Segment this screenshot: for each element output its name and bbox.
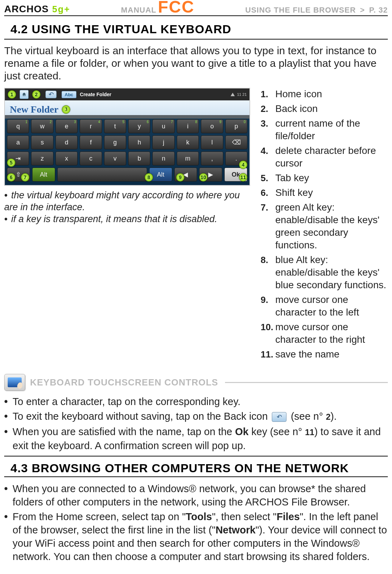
kb-status: 11 21 (231, 92, 247, 97)
callout-item-2: 2.Back icon (261, 102, 388, 115)
key-alt-blue[interactable]: Alt (149, 168, 172, 182)
fcc-label: FCC (158, 0, 195, 16)
section-4-2-lead: The virtual keyboard is an interface tha… (4, 44, 388, 82)
key-,[interactable]: , (201, 151, 223, 165)
callout-text: delete character before cursor (275, 144, 388, 170)
ts-b2-part-a: To exit the keyboard without saving, tap… (13, 411, 270, 422)
callout-marker-4: 4 (239, 161, 247, 169)
page-number: P. 32 (369, 6, 388, 15)
section-4-3-bullets: •When you are connected to a Windows® ne… (4, 482, 388, 563)
callout-item-9: 9.move cursor one character to the left (261, 293, 388, 319)
ts-b2-part-b: (see n° (291, 411, 326, 422)
kb-time: 11 21 (237, 92, 247, 97)
callout-text: Tab key (275, 172, 388, 184)
callout-num: 5. (261, 172, 275, 184)
ts-b3-ref-num: 11 (305, 427, 314, 437)
brand-model: 5g+ (52, 4, 70, 15)
callout-marker-2: 2 (32, 90, 41, 99)
key-j[interactable]: j (152, 135, 174, 149)
ts-b3-part-a: When you are satisfied with the name, ta… (13, 426, 235, 437)
key-v[interactable]: v (104, 151, 126, 165)
back-icon-inline: ↶ (272, 412, 286, 422)
s43-bullet-1: When you are connected to a Windows® net… (13, 482, 388, 509)
rule (4, 39, 388, 40)
key-l[interactable]: l (201, 135, 223, 149)
callout-num: 9. (261, 293, 275, 306)
key-s[interactable]: s (31, 135, 53, 149)
callout-marker-8: 8 (145, 173, 153, 182)
callout-num: 1. (261, 88, 275, 100)
callout-marker-5: 5 (7, 158, 15, 167)
home-icon[interactable] (20, 90, 29, 99)
key-y[interactable]: y6 (128, 119, 150, 133)
callout-text: Home icon (275, 88, 388, 100)
callouts-list: 1.Home icon2.Back icon3.current name of … (261, 88, 388, 361)
key-k[interactable]: k (177, 135, 199, 149)
s43-bullet-2: From the Home screen, select tap on "Too… (13, 510, 388, 563)
key-r[interactable]: r4 (80, 119, 102, 133)
kb-keys: q1w2e3r4t5y6u7i8o9p0 asdfghjkl⌫ ⇥zxcvbnm… (5, 115, 249, 185)
s43-b2-tools: Tools (186, 511, 212, 522)
breadcrumb-text: USING THE FILE BROWSER (245, 6, 356, 15)
ts-bullet-1: To enter a character, tap on the corresp… (13, 395, 240, 408)
s43-b2-b: ", then select " (212, 511, 277, 522)
rule-2-bottom (4, 476, 388, 477)
key-b[interactable]: b (128, 151, 150, 165)
key-w[interactable]: w2 (31, 119, 53, 133)
callout-item-7: 7.green Alt key: enable/disable the keys… (261, 201, 388, 251)
kb-titlebar: 1 2 ↶ Abc Create Folder 11 21 (5, 88, 249, 100)
touchscreen-icon (4, 374, 25, 391)
virtual-keyboard-screenshot: 1 2 ↶ Abc Create Folder 11 21 New Folder (4, 88, 250, 186)
key-a[interactable]: a (7, 135, 29, 149)
callout-item-3: 3.current name of the file/folder (261, 117, 388, 142)
touchscreen-rule (225, 382, 388, 383)
callout-text: blue Alt key: enable/disable the keys' b… (275, 254, 388, 291)
key-alt-green[interactable]: Alt (32, 168, 55, 182)
touchscreen-heading: KEYBOARD TOUCHSCREEN CONTROLS (4, 374, 388, 391)
key-n[interactable]: n (152, 151, 174, 165)
key-z[interactable]: z (31, 151, 53, 165)
key-u[interactable]: u7 (152, 119, 174, 133)
callout-text: current name of the file/folder (275, 117, 388, 142)
key-o[interactable]: o9 (201, 119, 223, 133)
callout-item-11: 11.save the name (261, 348, 388, 361)
key-e[interactable]: e3 (56, 119, 78, 133)
callout-item-6: 6.Shift key (261, 186, 388, 199)
section-4-2-title: 4.2 USING THE VIRTUAL KEYBOARD (10, 22, 388, 36)
callout-num: 3. (261, 117, 275, 130)
kb-note-1: the virtual keyboard might vary accordin… (4, 190, 240, 212)
callout-marker-1: 1 (8, 90, 16, 99)
brand-archos: ARCHOS (4, 3, 49, 15)
key-m[interactable]: m (177, 151, 199, 165)
callout-marker-6: 6 (7, 173, 15, 182)
key-space[interactable] (57, 168, 147, 182)
ts-b2-ref-num: 2 (326, 412, 331, 421)
key-d[interactable]: d (56, 135, 78, 149)
key-c[interactable]: c (80, 151, 102, 165)
back-icon[interactable]: ↶ (45, 91, 57, 98)
rule-2-top (4, 456, 388, 456)
callout-num: 4. (261, 144, 275, 157)
key-backspace[interactable]: ⌫ (225, 135, 247, 149)
callout-item-1: 1.Home icon (261, 88, 388, 100)
ts-bullet-2: To exit the keyboard without saving, tap… (13, 410, 337, 424)
key-x[interactable]: x (56, 151, 78, 165)
callout-num: 10. (261, 321, 275, 333)
brand-block: ARCHOS 5g+ (4, 3, 70, 15)
key-h[interactable]: h (128, 135, 150, 149)
key-p[interactable]: p0 (225, 119, 247, 133)
key-i[interactable]: i8 (177, 119, 199, 133)
ts-b2-part-c: ). (331, 411, 337, 422)
key-q[interactable]: q1 (7, 119, 29, 133)
kb-note-2: if a key is transparent, it means that i… (11, 214, 217, 224)
key-g[interactable]: g (104, 135, 126, 149)
key-t[interactable]: t5 (104, 119, 126, 133)
callout-marker-7: 7 (21, 173, 29, 182)
kb-mode-abc[interactable]: Abc (61, 91, 77, 98)
key-f[interactable]: f (80, 135, 102, 149)
callout-item-4: 4.delete character before cursor (261, 144, 388, 170)
section-4-3-title: 4.3 BROWSING OTHER COMPUTERS ON THE NETW… (10, 461, 388, 475)
callout-text: save the name (275, 348, 388, 361)
breadcrumb-sep: > (360, 6, 365, 15)
ts-bullet-3: When you are satisfied with the name, ta… (13, 425, 388, 452)
